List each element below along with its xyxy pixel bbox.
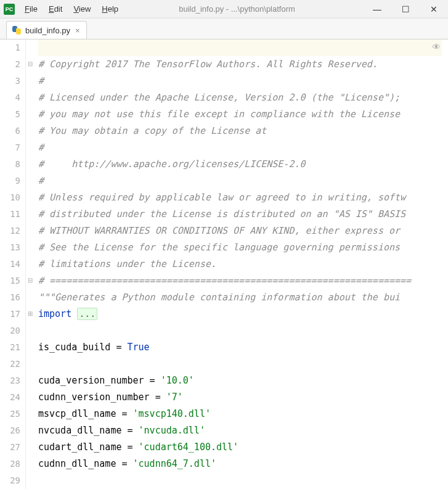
- code-line[interactable]: cudnn_dll_name = 'cudnn64_7.dll': [38, 456, 448, 472]
- code-line[interactable]: [38, 472, 448, 489]
- window-controls: — ☐ ✕: [363, 0, 448, 18]
- code-line[interactable]: # you may not use this file except in co…: [38, 106, 448, 123]
- error-stripe[interactable]: [442, 39, 448, 489]
- code-line[interactable]: [38, 39, 448, 56]
- window-title: build_info.py - ...\python\platform: [123, 4, 363, 14]
- code-line[interactable]: # http://www.apache.org/licenses/LICENSE…: [38, 156, 448, 173]
- line-number: 5: [0, 106, 20, 123]
- code-line[interactable]: is_cuda_build = True: [38, 339, 448, 356]
- line-number: 4: [0, 89, 20, 106]
- menubar: File Edit View Help: [20, 2, 123, 16]
- code-line[interactable]: # See the License for the specific langu…: [38, 239, 448, 256]
- line-number: 6: [0, 123, 20, 139]
- line-number: 22: [0, 356, 20, 372]
- code-area[interactable]: # Copyright 2017 The TensorFlow Authors.…: [35, 39, 448, 489]
- code-line[interactable]: # Copyright 2017 The TensorFlow Authors.…: [38, 56, 448, 73]
- line-number: 28: [0, 456, 20, 472]
- line-number: 8: [0, 156, 20, 173]
- line-number: 20: [0, 323, 20, 339]
- menu-view[interactable]: View: [68, 2, 96, 16]
- code-line[interactable]: #: [38, 139, 448, 156]
- code-line[interactable]: #: [38, 73, 448, 89]
- line-number: 3: [0, 73, 20, 89]
- editor[interactable]: 1234567891011121314151617202122232425262…: [0, 39, 448, 489]
- code-line[interactable]: cudart_dll_name = 'cudart64_100.dll': [38, 439, 448, 456]
- window-close-button[interactable]: ✕: [420, 0, 448, 18]
- titlebar: PC File Edit View Help build_info.py - .…: [0, 0, 448, 18]
- code-line[interactable]: # Licensed under the Apache License, Ver…: [38, 89, 448, 106]
- line-number: 7: [0, 139, 20, 156]
- fold-toggle-icon[interactable]: ⊞: [27, 311, 33, 317]
- code-line[interactable]: # distributed under the License is distr…: [38, 206, 448, 223]
- code-line[interactable]: cuda_version_number = '10.0': [38, 372, 448, 389]
- code-line[interactable]: [38, 356, 448, 372]
- line-number: 11: [0, 206, 20, 223]
- line-number-gutter: 1234567891011121314151617202122232425262…: [0, 39, 26, 489]
- line-number: 15: [0, 273, 20, 289]
- tab-close-button[interactable]: ×: [74, 26, 81, 35]
- line-number: 27: [0, 439, 20, 456]
- code-line[interactable]: """Generates a Python module containing …: [38, 289, 448, 306]
- line-number: 21: [0, 339, 20, 356]
- tabbar: build_info.py ×: [0, 18, 448, 39]
- line-number: 16: [0, 289, 20, 306]
- inspection-eye-icon[interactable]: 👁: [432, 42, 441, 52]
- menu-file[interactable]: File: [20, 2, 43, 16]
- app-icon: PC: [4, 4, 15, 15]
- menu-help[interactable]: Help: [97, 2, 123, 16]
- code-line[interactable]: #: [38, 173, 448, 189]
- python-file-icon: [12, 25, 22, 35]
- window-maximize-button[interactable]: ☐: [391, 0, 420, 18]
- fold-gutter: ⊟⊟⊞: [26, 39, 35, 489]
- line-number: 29: [0, 472, 20, 489]
- menu-edit[interactable]: Edit: [44, 2, 67, 16]
- line-number: 17: [0, 306, 20, 323]
- code-line[interactable]: # ======================================…: [38, 273, 448, 289]
- code-line[interactable]: nvcuda_dll_name = 'nvcuda.dll': [38, 422, 448, 439]
- fold-toggle-icon[interactable]: ⊟: [27, 61, 33, 67]
- code-line[interactable]: [38, 323, 448, 339]
- line-number: 1: [0, 39, 20, 56]
- fold-toggle-icon[interactable]: ⊟: [27, 277, 33, 284]
- tab-label: build_info.py: [25, 26, 70, 35]
- code-line[interactable]: import ...: [38, 306, 448, 323]
- code-line[interactable]: cudnn_version_number = '7': [38, 389, 448, 406]
- code-line[interactable]: # Unless required by applicable law or a…: [38, 189, 448, 206]
- window-minimize-button[interactable]: —: [363, 0, 391, 18]
- line-number: 24: [0, 389, 20, 406]
- line-number: 14: [0, 256, 20, 273]
- editor-tab[interactable]: build_info.py ×: [6, 21, 87, 39]
- line-number: 10: [0, 189, 20, 206]
- line-number: 12: [0, 223, 20, 239]
- code-line[interactable]: msvcp_dll_name = 'msvcp140.dll': [38, 406, 448, 422]
- code-line[interactable]: # You may obtain a copy of the License a…: [38, 123, 448, 139]
- code-line[interactable]: # WITHOUT WARRANTIES OR CONDITIONS OF AN…: [38, 223, 448, 239]
- line-number: 25: [0, 406, 20, 422]
- line-number: 13: [0, 239, 20, 256]
- line-number: 26: [0, 422, 20, 439]
- line-number: 23: [0, 372, 20, 389]
- line-number: 2: [0, 56, 20, 73]
- code-line[interactable]: # limitations under the License.: [38, 256, 448, 273]
- line-number: 9: [0, 173, 20, 189]
